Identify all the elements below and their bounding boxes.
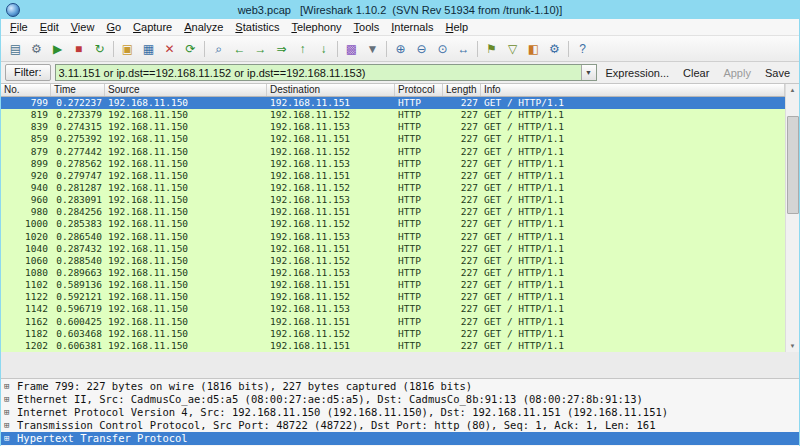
packet-row[interactable]: 11620.600425192.168.11.150192.168.11.151… <box>1 316 785 328</box>
packet-cell: 227 <box>443 255 481 267</box>
packet-row[interactable]: 8790.277442192.168.11.150192.168.11.152H… <box>1 146 785 158</box>
packet-row[interactable]: 8590.275392192.168.11.150192.168.11.151H… <box>1 133 785 145</box>
detail-line[interactable]: ⊞Hypertext Transfer Protocol <box>1 432 799 445</box>
packet-row[interactable]: 10400.287432192.168.11.150192.168.11.151… <box>1 243 785 255</box>
menu-item-statistics[interactable]: Statistics <box>229 21 285 33</box>
expression-button[interactable]: Expression... <box>601 67 675 79</box>
detail-line[interactable]: ⊞Ethernet II, Src: CadmusCo_ae:d5:a5 (08… <box>1 393 799 406</box>
expander-icon[interactable]: ⊞ <box>4 419 17 432</box>
packet-row[interactable]: 9400.281287192.168.11.150192.168.11.152H… <box>1 182 785 194</box>
packet-row[interactable]: 10600.288540192.168.11.150192.168.11.152… <box>1 255 785 267</box>
packet-cell: HTTP <box>395 316 443 328</box>
menu-item-edit[interactable]: Edit <box>34 21 65 33</box>
menu-item-go[interactable]: Go <box>100 21 127 33</box>
close-file-icon[interactable]: ✕ <box>159 38 180 59</box>
coloring-rules-icon[interactable]: ◧ <box>523 38 544 59</box>
save-button[interactable]: Save <box>760 67 795 79</box>
detail-line[interactable]: ⊞Internet Protocol Version 4, Src: 192.1… <box>1 406 799 419</box>
packet-row[interactable]: 8390.274315192.168.11.150192.168.11.153H… <box>1 121 785 133</box>
go-forward-icon[interactable]: → <box>250 38 271 59</box>
packet-cell: HTTP <box>395 182 443 194</box>
zoom-out-icon[interactable]: ⊖ <box>411 38 432 59</box>
capture-options-icon[interactable]: ⚙ <box>26 38 47 59</box>
packet-row[interactable]: 11420.596719192.168.11.150192.168.11.153… <box>1 303 785 315</box>
packet-cell: GET / HTTP/1.1 <box>481 97 785 109</box>
packet-row[interactable]: 8990.278562192.168.11.150192.168.11.153H… <box>1 158 785 170</box>
filter-dropdown-icon[interactable]: ▼ <box>581 65 596 80</box>
scroll-up-icon[interactable]: ▲ <box>786 84 799 96</box>
filter-input[interactable] <box>56 65 581 80</box>
column-header-destination[interactable]: Destination <box>267 84 395 96</box>
go-to-packet-icon[interactable]: ⇒ <box>271 38 292 59</box>
detail-line[interactable]: ⊞Frame 799: 227 bytes on wire (1816 bits… <box>1 380 799 393</box>
filter-combo: ▼ <box>55 64 597 81</box>
packet-cell: 0.592121 <box>51 291 105 303</box>
menu-item-internals[interactable]: Internals <box>385 21 439 33</box>
interface-list-icon[interactable]: ▤ <box>5 38 26 59</box>
column-header-length[interactable]: Length <box>443 84 481 96</box>
packet-row[interactable]: 10200.286540192.168.11.150192.168.11.153… <box>1 231 785 243</box>
capture-start-icon[interactable]: ▶ <box>47 38 68 59</box>
expander-icon[interactable]: ⊞ <box>4 380 17 393</box>
menu-item-file[interactable]: File <box>4 21 34 33</box>
zoom-100-icon[interactable]: ⊙ <box>432 38 453 59</box>
packet-cell: 192.168.11.151 <box>267 279 395 291</box>
save-file-icon[interactable]: ▦ <box>138 38 159 59</box>
packet-row[interactable]: 8190.273379192.168.11.150192.168.11.152H… <box>1 109 785 121</box>
expander-icon[interactable]: ⊞ <box>4 406 17 419</box>
capture-stop-icon[interactable]: ■ <box>68 38 89 59</box>
packet-row[interactable]: 10800.289663192.168.11.150192.168.11.153… <box>1 267 785 279</box>
auto-scroll-icon[interactable]: ▼ <box>362 38 383 59</box>
help-icon[interactable]: ? <box>572 38 593 59</box>
scroll-down-icon[interactable]: ▼ <box>786 340 799 352</box>
pane-splitter[interactable] <box>1 352 799 379</box>
menu-item-capture[interactable]: Capture <box>127 21 178 33</box>
capture-filters-icon[interactable]: ⚑ <box>481 38 502 59</box>
title-bar[interactable]: web3.pcap [Wireshark 1.10.2 (SVN Rev 519… <box>1 0 799 19</box>
packet-cell: 192.168.11.152 <box>267 328 395 340</box>
packet-row[interactable]: 7990.272237192.168.11.150192.168.11.151H… <box>1 97 785 109</box>
zoom-in-icon[interactable]: ⊕ <box>390 38 411 59</box>
column-header-protocol[interactable]: Protocol <box>395 84 443 96</box>
menu-item-analyze[interactable]: Analyze <box>178 21 229 33</box>
column-header-source[interactable]: Source <box>105 84 267 96</box>
packet-cell: GET / HTTP/1.1 <box>481 109 785 121</box>
reload-icon[interactable]: ⟳ <box>180 38 201 59</box>
packet-row[interactable]: 11020.589136192.168.11.150192.168.11.151… <box>1 279 785 291</box>
column-header-time[interactable]: Time <box>51 84 105 96</box>
menu-item-tools[interactable]: Tools <box>348 21 386 33</box>
menu-item-view[interactable]: View <box>65 21 101 33</box>
column-header-no[interactable]: No. <box>1 84 51 96</box>
go-last-icon[interactable]: ↓ <box>313 38 334 59</box>
packet-row[interactable]: 11820.603468192.168.11.150192.168.11.152… <box>1 328 785 340</box>
packet-cell: 227 <box>443 316 481 328</box>
menu-item-help[interactable]: Help <box>439 21 474 33</box>
packet-list-scrollbar[interactable]: ▲ ▼ <box>785 84 799 352</box>
column-header-info[interactable]: Info <box>481 84 785 96</box>
expander-icon[interactable]: ⊞ <box>4 432 17 445</box>
apply-button[interactable]: Apply <box>718 67 756 79</box>
packet-cell: 1162 <box>1 316 51 328</box>
filter-button[interactable]: Filter: <box>5 64 51 81</box>
packet-row[interactable]: 9200.279747192.168.11.150192.168.11.151H… <box>1 170 785 182</box>
display-filters-icon[interactable]: ▽ <box>502 38 523 59</box>
fit-columns-icon[interactable]: ↔ <box>453 38 474 59</box>
scrollbar-thumb[interactable] <box>787 116 799 214</box>
detail-line[interactable]: ⊞Transmission Control Protocol, Src Port… <box>1 419 799 432</box>
colorize-icon[interactable]: ▩ <box>341 38 362 59</box>
packet-row[interactable]: 9600.283091192.168.11.150192.168.11.153H… <box>1 194 785 206</box>
menu-item-telephony[interactable]: Telephony <box>285 21 347 33</box>
capture-restart-icon[interactable]: ↻ <box>89 38 110 59</box>
find-packet-icon[interactable]: ⌕ <box>208 38 229 59</box>
go-first-icon[interactable]: ↑ <box>292 38 313 59</box>
packet-row[interactable]: 9800.284256192.168.11.150192.168.11.151H… <box>1 206 785 218</box>
packet-row[interactable]: 10000.285383192.168.11.150192.168.11.152… <box>1 218 785 230</box>
clear-button[interactable]: Clear <box>678 67 714 79</box>
packet-row[interactable]: 12020.606381192.168.11.150192.168.11.151… <box>1 340 785 352</box>
expander-icon[interactable]: ⊞ <box>4 393 17 406</box>
go-back-icon[interactable]: ← <box>229 38 250 59</box>
packet-cell: 192.168.11.150 <box>105 182 267 194</box>
open-file-icon[interactable]: ▣ <box>117 38 138 59</box>
preferences-icon[interactable]: ⚙ <box>544 38 565 59</box>
packet-row[interactable]: 11220.592121192.168.11.150192.168.11.152… <box>1 291 785 303</box>
